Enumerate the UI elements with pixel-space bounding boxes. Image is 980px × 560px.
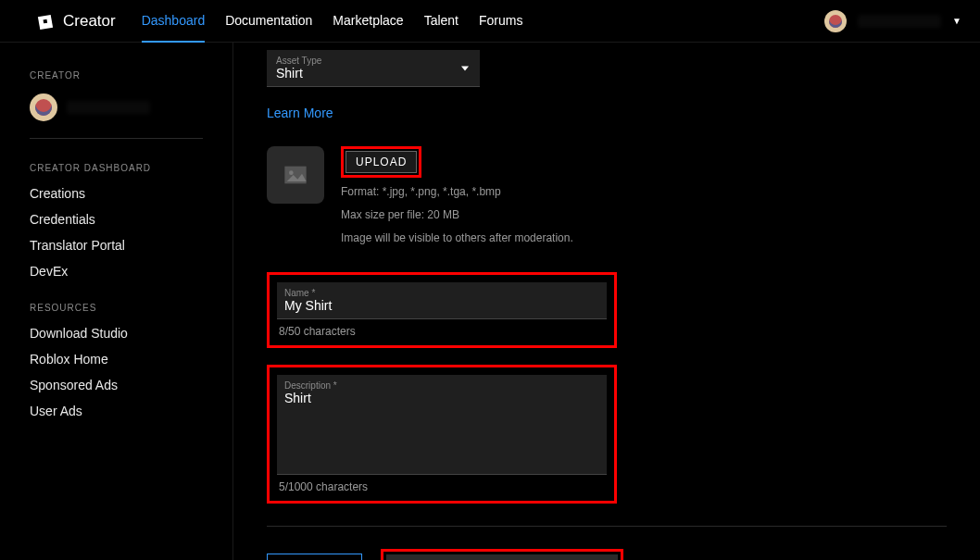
avatar-icon bbox=[824, 10, 847, 32]
creator-logo-icon bbox=[37, 12, 56, 31]
name-value: My Shirt bbox=[284, 298, 599, 313]
cancel-button[interactable]: CANCEL bbox=[267, 554, 362, 560]
upload-hint-size: Max size per file: 20 MB bbox=[341, 206, 947, 224]
divider bbox=[267, 526, 947, 527]
thumbnail-placeholder bbox=[267, 146, 324, 204]
main-panel: Asset Type Shirt Learn More UPLOAD Forma… bbox=[233, 43, 980, 560]
nav-marketplace[interactable]: Marketplace bbox=[333, 0, 403, 43]
upload-info: UPLOAD Format: *.jpg, *.png, *.tga, *.bm… bbox=[341, 146, 947, 248]
asset-type-label: Asset Type bbox=[276, 56, 471, 66]
sidebar-link-translator[interactable]: Translator Portal bbox=[30, 238, 203, 253]
action-buttons: CANCEL UPLOAD (ROBUX REQUIRED) bbox=[267, 549, 947, 560]
header-left: Creator Dashboard Documentation Marketpl… bbox=[37, 0, 522, 43]
logo-text: Creator bbox=[63, 12, 116, 31]
divider bbox=[30, 138, 203, 139]
user-menu[interactable]: ▼ bbox=[824, 10, 961, 32]
nav-documentation[interactable]: Documentation bbox=[225, 0, 312, 43]
top-header: Creator Dashboard Documentation Marketpl… bbox=[0, 0, 980, 43]
upload-hint-format: Format: *.jpg, *.png, *.tga, *.bmp bbox=[341, 183, 947, 201]
sidebar-dashboard-section: CREATOR DASHBOARD Creations Credentials … bbox=[30, 163, 203, 279]
sidebar-creator-section: CREATOR bbox=[30, 70, 203, 139]
username-redacted bbox=[858, 15, 941, 28]
name-input[interactable]: Name * My Shirt bbox=[277, 282, 607, 319]
svg-point-3 bbox=[289, 170, 294, 175]
upload-submit-button[interactable]: UPLOAD (ROBUX REQUIRED) bbox=[386, 554, 618, 560]
main-content: CREATOR CREATOR DASHBOARD Creations Cred… bbox=[0, 43, 980, 560]
sidebar: CREATOR CREATOR DASHBOARD Creations Cred… bbox=[0, 43, 233, 560]
sidebar-link-credentials[interactable]: Credentials bbox=[30, 212, 203, 227]
name-field-highlight: Name * My Shirt 8/50 characters bbox=[267, 272, 617, 348]
description-input[interactable]: Description * Shirt bbox=[277, 375, 607, 475]
learn-more-link[interactable]: Learn More bbox=[267, 106, 947, 120]
avatar-icon bbox=[30, 93, 57, 121]
name-char-count: 8/50 characters bbox=[277, 325, 607, 338]
sidebar-title-creator: CREATOR bbox=[30, 70, 203, 81]
image-icon bbox=[283, 162, 308, 188]
nav-forums[interactable]: Forums bbox=[479, 0, 522, 43]
upload-button[interactable]: UPLOAD bbox=[346, 151, 417, 173]
sidebar-title-resources: RESOURCES bbox=[30, 303, 203, 313]
svg-rect-1 bbox=[44, 19, 48, 23]
description-value: Shirt bbox=[284, 391, 599, 405]
primary-nav: Dashboard Documentation Marketplace Tale… bbox=[142, 0, 523, 43]
nav-talent[interactable]: Talent bbox=[424, 0, 459, 43]
description-char-count: 5/1000 characters bbox=[277, 480, 607, 493]
logo[interactable]: Creator bbox=[37, 12, 116, 31]
sidebar-link-download-studio[interactable]: Download Studio bbox=[30, 326, 203, 341]
asset-type-select[interactable]: Asset Type Shirt bbox=[267, 50, 480, 87]
upload-hint-moderation: Image will be visible to others after mo… bbox=[341, 230, 947, 247]
name-label: Name * bbox=[284, 288, 599, 298]
sidebar-link-devex[interactable]: DevEx bbox=[30, 264, 203, 279]
sidebar-resources-section: RESOURCES Download Studio Roblox Home Sp… bbox=[30, 303, 203, 418]
asset-type-value: Shirt bbox=[276, 66, 471, 81]
username-redacted bbox=[67, 101, 150, 114]
submit-button-highlight: UPLOAD (ROBUX REQUIRED) bbox=[381, 549, 623, 560]
upload-button-highlight: UPLOAD bbox=[341, 146, 421, 178]
description-field-highlight: Description * Shirt 5/1000 characters bbox=[267, 365, 617, 504]
chevron-down-icon: ▼ bbox=[952, 16, 961, 26]
nav-dashboard[interactable]: Dashboard bbox=[142, 0, 206, 43]
chevron-down-icon bbox=[461, 66, 469, 70]
sidebar-user-row[interactable] bbox=[30, 93, 203, 121]
description-label: Description * bbox=[284, 380, 599, 391]
sidebar-link-user-ads[interactable]: User Ads bbox=[30, 404, 203, 418]
sidebar-title-dashboard: CREATOR DASHBOARD bbox=[30, 163, 203, 173]
upload-section: UPLOAD Format: *.jpg, *.png, *.tga, *.bm… bbox=[267, 146, 947, 248]
sidebar-link-roblox-home[interactable]: Roblox Home bbox=[30, 352, 203, 367]
sidebar-link-sponsored-ads[interactable]: Sponsored Ads bbox=[30, 378, 203, 392]
sidebar-link-creations[interactable]: Creations bbox=[30, 186, 203, 201]
